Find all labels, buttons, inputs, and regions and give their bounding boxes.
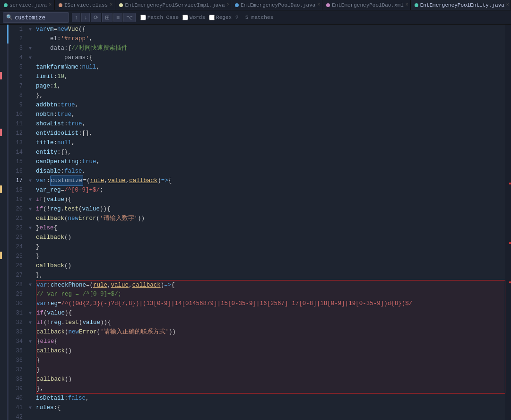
- line-number-31: 31: [9, 308, 26, 318]
- fold-indicator-14: [26, 148, 34, 157]
- line-number-27: 27: [9, 271, 26, 280]
- line-number-28: 28: [9, 280, 26, 289]
- fold-indicator-4[interactable]: ▼: [26, 53, 34, 62]
- tab-dao-xml[interactable]: EntEmergencyPoolDao.xml ×: [322, 0, 411, 10]
- tab-bar: service.java × IService.class × EntEmerg…: [0, 0, 511, 10]
- error-mark: [509, 281, 511, 283]
- line-number-17: 17: [9, 176, 26, 185]
- tab-label: EntEmergencyPoolDao.java: [241, 2, 315, 8]
- fold-indicator-8: [26, 91, 34, 100]
- line-number-16: 16: [9, 166, 26, 176]
- fold-indicator-22[interactable]: ▼: [26, 223, 34, 233]
- tab-entity[interactable]: EntEmergencyPoolEntity.java ×: [411, 0, 511, 10]
- search-funnel-button[interactable]: ⌥: [123, 13, 136, 22]
- line-number-8: 8: [9, 91, 26, 100]
- code-line-41: rules: {: [36, 403, 505, 412]
- line-number-32: 32: [9, 318, 26, 327]
- tab-service-java[interactable]: service.java ×: [0, 0, 55, 10]
- fold-indicator-36: [26, 356, 34, 365]
- help-icon: ?: [235, 15, 239, 20]
- fold-indicator-32[interactable]: ▼: [26, 318, 34, 327]
- words-checkbox[interactable]: [182, 15, 188, 20]
- line-number-42: 42: [9, 412, 26, 420]
- tab-close-icon[interactable]: ×: [110, 2, 113, 8]
- fold-indicator-16: [26, 166, 34, 176]
- code-content[interactable]: var vm = new Vue({ el: '#rrapp', data: {…: [34, 25, 505, 420]
- line-number-30: 30: [9, 299, 26, 308]
- regex-option[interactable]: Regex: [209, 15, 232, 20]
- fold-indicator-9: [26, 100, 34, 110]
- tab-label: EntEmergencyPoolEntity.java: [420, 2, 504, 8]
- line-number-5: 5: [9, 62, 26, 72]
- code-line-20: if (!reg.test(value)) {: [36, 204, 505, 214]
- fold-indicator-25: [26, 252, 34, 261]
- match-case-option[interactable]: Match Case: [140, 15, 179, 20]
- code-line-10: nobtn: true,: [36, 110, 505, 119]
- line-number-25: 25: [9, 252, 26, 261]
- line-number-35: 35: [9, 346, 26, 356]
- code-line-17: var: customize = (rule, value, callback)…: [36, 176, 505, 185]
- search-filter-button[interactable]: ≡: [113, 13, 122, 22]
- code-line-33: callback(new Error('请输入正确的联系方式')): [36, 327, 505, 337]
- fold-indicator-18: [26, 185, 34, 195]
- code-line-11: showList: true,: [36, 119, 505, 129]
- fold-indicator-28[interactable]: ▼: [26, 280, 34, 289]
- fold-indicator-17[interactable]: ▼: [26, 176, 34, 185]
- tab-dot: [4, 3, 8, 7]
- line-number-12: 12: [9, 129, 26, 138]
- code-line-29: // var reg = /^[0-9]+$/;: [36, 289, 505, 299]
- fold-indicator-41[interactable]: ▼: [26, 403, 34, 412]
- fold-indicator-5: [26, 62, 34, 72]
- tab-close-icon[interactable]: ×: [49, 2, 52, 8]
- tab-serviceimpl[interactable]: EntEmergencyPoolServiceImpl.java ×: [115, 0, 231, 10]
- error-mark: [509, 242, 511, 244]
- code-line-24: }: [36, 242, 505, 252]
- match-case-label: Match Case: [147, 15, 179, 20]
- search-next-button[interactable]: ↓: [81, 13, 90, 22]
- regex-checkbox[interactable]: [209, 15, 215, 20]
- code-line-9: addbtn: true,: [36, 100, 505, 110]
- search-options-button[interactable]: ⊞: [102, 13, 113, 22]
- search-input[interactable]: [15, 14, 57, 21]
- code-line-22: } else {: [36, 223, 505, 233]
- fold-indicator-35: [26, 346, 34, 356]
- line-number-24: 24: [9, 242, 26, 252]
- error-marker: [0, 129, 2, 136]
- scroll-indicator-track: [7, 25, 9, 420]
- error-mark: [509, 183, 511, 184]
- code-line-37: }: [36, 365, 505, 375]
- line-number-37: 37: [9, 365, 26, 375]
- search-refresh-button[interactable]: ⟳: [91, 13, 101, 22]
- tab-dot: [415, 3, 418, 7]
- fold-indicator-38: [26, 375, 34, 384]
- code-line-30: var reg = /^((0d{2,3}(-)?d{7,8})|(13[0-9…: [36, 299, 505, 308]
- fold-indicator-1[interactable]: ▼: [26, 25, 34, 34]
- words-option[interactable]: Words: [182, 15, 205, 20]
- code-line-18: var_reg = /^[0-9]+$/;: [36, 185, 505, 195]
- tab-close-icon[interactable]: ×: [506, 2, 509, 8]
- search-bar: 🔍 ↑ ↓ ⟳ ⊞ ≡ ⌥ Match Case Words Regex ? 5…: [0, 10, 511, 25]
- code-line-12: entVideoList:[],: [36, 129, 505, 138]
- fold-indicator-34[interactable]: ▼: [26, 337, 34, 346]
- search-input-wrap[interactable]: 🔍: [3, 12, 69, 23]
- line-number-13: 13: [9, 138, 26, 148]
- fold-indicator-19[interactable]: ▼: [26, 195, 34, 204]
- line-number-21: 21: [9, 214, 26, 223]
- tab-close-icon[interactable]: ×: [317, 2, 320, 8]
- error-indicator-panel: [505, 25, 511, 420]
- code-line-13: title: null,: [36, 138, 505, 148]
- fold-indicator-33: [26, 327, 34, 337]
- line-number-11: 11: [9, 119, 26, 129]
- fold-indicator-3[interactable]: ▼: [26, 44, 34, 53]
- tab-close-icon[interactable]: ×: [227, 2, 230, 8]
- tab-iservice-class[interactable]: IService.class ×: [55, 0, 116, 10]
- match-case-checkbox[interactable]: [140, 15, 146, 20]
- fold-indicator-20[interactable]: ▼: [26, 204, 34, 214]
- fold-indicator-40: [26, 394, 34, 403]
- tab-dao-java[interactable]: EntEmergencyPoolDao.java ×: [231, 0, 322, 10]
- tab-close-icon[interactable]: ×: [406, 2, 408, 8]
- search-prev-button[interactable]: ↑: [72, 13, 80, 22]
- fold-indicator-30: [26, 299, 34, 308]
- tab-dot: [119, 3, 123, 7]
- fold-indicator-31[interactable]: ▼: [26, 308, 34, 318]
